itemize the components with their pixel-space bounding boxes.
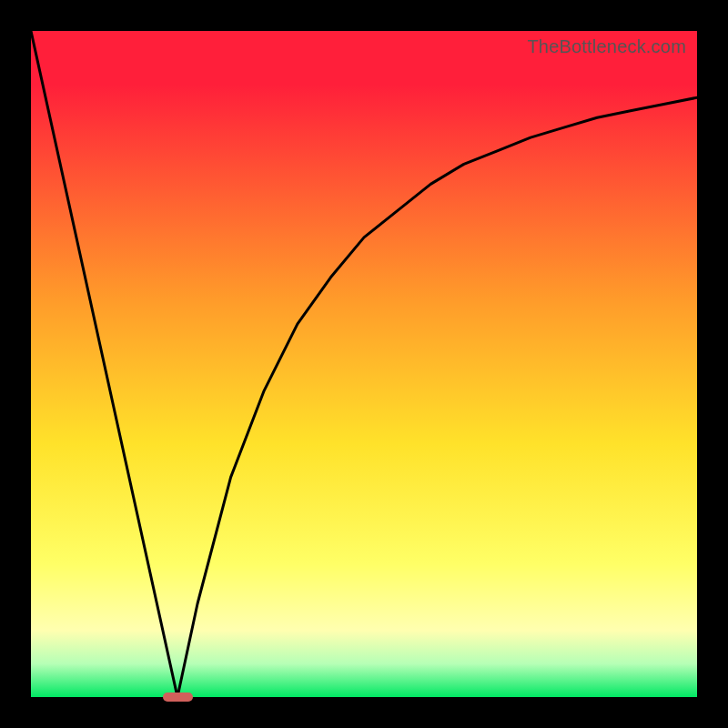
curve-path — [31, 31, 697, 697]
bottleneck-curve — [31, 31, 697, 697]
plot-area: TheBottleneck.com — [31, 31, 697, 697]
minimum-marker — [163, 693, 193, 702]
chart-frame: TheBottleneck.com — [0, 0, 728, 728]
